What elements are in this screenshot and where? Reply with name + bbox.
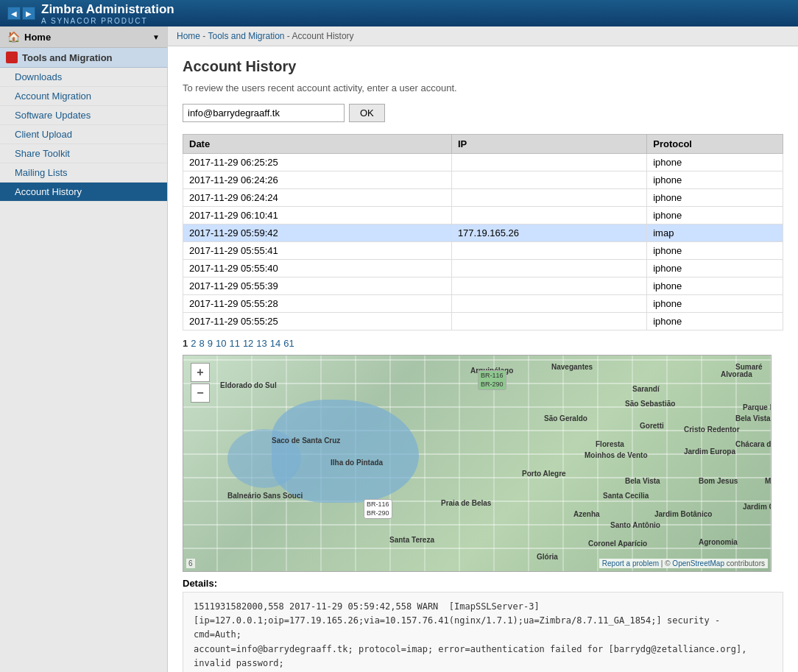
- cell-protocol: iphone: [647, 277, 783, 295]
- tools-icon: [6, 52, 18, 63]
- sidebar-item-label: Account History: [15, 186, 82, 197]
- user-account-input-row: OK: [183, 104, 783, 122]
- sidebar: 🏠 Home ▼ Tools and Migration Downloads A…: [0, 26, 168, 672]
- map-label: Bela Vista: [735, 414, 771, 422]
- pagination: 1289101112131461: [183, 338, 783, 349]
- map-label: Coronel Aparício: [588, 540, 647, 548]
- table-row: 2017-11-29 05:55:40iphone: [183, 260, 783, 277]
- map-label: Eldorado do Sul: [220, 381, 277, 389]
- ok-button[interactable]: OK: [349, 104, 385, 122]
- cell-ip: [451, 295, 646, 313]
- map-label: Bela Vista: [625, 477, 660, 485]
- account-history-table: Date IP Protocol 2017-11-29 06:25:25ipho…: [183, 134, 783, 330]
- attribution-separator: | ©: [661, 559, 673, 567]
- pagination-link[interactable]: 8: [199, 338, 204, 349]
- home-dropdown[interactable]: 🏠 Home ▼: [0, 26, 167, 48]
- cell-ip: [451, 171, 646, 189]
- sidebar-item-mailing-lists[interactable]: Mailing Lists: [0, 163, 167, 183]
- table-row: 2017-11-29 05:55:28iphone: [183, 295, 783, 313]
- map-label: Agronomia: [699, 538, 738, 546]
- pagination-link[interactable]: 13: [256, 338, 266, 349]
- sidebar-item-account-history[interactable]: Account History: [0, 183, 167, 202]
- page-title: Account History: [183, 58, 783, 75]
- cell-date: 2017-11-29 05:55:41: [183, 242, 452, 260]
- main-content: Home - Tools and Migration - Account His…: [168, 26, 798, 672]
- map-label: Morro Santana: [765, 477, 771, 485]
- breadcrumb-section[interactable]: Tools and Migration: [208, 31, 284, 41]
- osm-suffix: contributors: [727, 559, 765, 567]
- pagination-link[interactable]: 2: [191, 338, 196, 349]
- sidebar-item-downloads[interactable]: Downloads: [0, 68, 167, 87]
- sidebar-item-label: Share Toolkit: [15, 148, 70, 159]
- cell-date: 2017-11-29 05:55:39: [183, 277, 452, 295]
- cell-ip: [451, 242, 646, 260]
- cell-date: 2017-11-29 05:55:40: [183, 260, 452, 277]
- map-label: Jardim Botânico: [654, 510, 712, 518]
- table-row: 2017-11-29 05:59:42177.19.165.26imap: [183, 224, 783, 242]
- forward-button[interactable]: ▶: [22, 7, 35, 20]
- osm-link[interactable]: OpenStreetMap: [672, 559, 724, 567]
- sidebar-section-label: Tools and Migration: [22, 52, 113, 63]
- map-attribution: Report a problem | © OpenStreetMap contr…: [599, 559, 768, 568]
- map-label: Chácara das Pedras: [735, 440, 771, 448]
- map-label: Azenha: [573, 510, 600, 518]
- cell-protocol: iphone: [647, 189, 783, 207]
- map-label: Santa Cecília: [603, 492, 649, 500]
- sidebar-item-account-migration[interactable]: Account Migration: [0, 87, 167, 106]
- topbar: ◀ ▶ Zimbra Administration A SYNACOR PROD…: [0, 0, 798, 26]
- sidebar-item-label: Client Upload: [15, 129, 72, 140]
- sidebar-item-label: Mailing Lists: [15, 167, 68, 178]
- details-section-wrapper: Details: 1511931582000,558 2017-11-29 05…: [183, 578, 783, 672]
- back-button[interactable]: ◀: [7, 7, 21, 20]
- col-header-date: Date: [183, 135, 452, 154]
- pagination-link[interactable]: 1: [183, 338, 188, 349]
- map-label: Glória: [537, 553, 558, 561]
- pagination-link[interactable]: 10: [216, 338, 226, 349]
- table-row: 2017-11-29 05:55:39iphone: [183, 277, 783, 295]
- sidebar-item-client-upload[interactable]: Client Upload: [0, 125, 167, 144]
- cell-protocol: iphone: [647, 154, 783, 171]
- pagination-link[interactable]: 14: [270, 338, 280, 349]
- zoom-in-button[interactable]: +: [191, 363, 210, 382]
- cell-protocol: iphone: [647, 313, 783, 330]
- sidebar-item-software-updates[interactable]: Software Updates: [0, 106, 167, 125]
- cell-date: 2017-11-29 06:24:26: [183, 171, 452, 189]
- app-title: Zimbra Administration: [41, 2, 174, 16]
- table-row: 2017-11-29 06:24:26iphone: [183, 171, 783, 189]
- col-header-ip: IP: [451, 135, 646, 154]
- app-subtitle: A SYNACOR PRODUCT: [41, 17, 174, 25]
- breadcrumb-home[interactable]: Home: [177, 31, 200, 41]
- cell-protocol: iphone: [647, 242, 783, 260]
- map-label: Santo Antônio: [610, 521, 660, 529]
- map-label: Parque Leopoldina: [743, 403, 771, 411]
- cell-date: 2017-11-29 06:24:24: [183, 189, 452, 207]
- sidebar-item-share-toolkit[interactable]: Share Toolkit: [0, 144, 167, 163]
- map-label: São Sebastião: [625, 400, 675, 408]
- user-account-input[interactable]: [183, 104, 345, 122]
- map-zoom-controls: + −: [191, 363, 210, 403]
- map-label: Porto Alegre: [522, 470, 566, 478]
- cell-ip: [451, 189, 646, 207]
- details-label: Details:: [183, 578, 783, 589]
- map-container: Eldorado do SulArquipélagoNavegantesSara…: [183, 355, 771, 572]
- sidebar-item-label: Software Updates: [15, 110, 91, 121]
- breadcrumb-current: Account History: [292, 31, 354, 41]
- cell-protocol: iphone: [647, 171, 783, 189]
- map-label: Jardim Carvalho: [743, 503, 771, 511]
- cell-ip: [451, 313, 646, 330]
- pagination-link[interactable]: 12: [243, 338, 253, 349]
- map-inner: Eldorado do SulArquipélagoNavegantesSara…: [183, 356, 771, 571]
- col-header-protocol: Protocol: [647, 135, 783, 154]
- map-label: Navegantes: [551, 363, 593, 371]
- pagination-link[interactable]: 61: [283, 338, 294, 349]
- sidebar-section-tools: Tools and Migration: [0, 48, 167, 68]
- pagination-link[interactable]: 9: [208, 338, 213, 349]
- dropdown-arrow-icon: ▼: [152, 33, 160, 41]
- zoom-out-button[interactable]: −: [191, 383, 210, 403]
- cell-protocol: imap: [647, 224, 783, 242]
- app-branding: Zimbra Administration A SYNACOR PRODUCT: [41, 2, 174, 25]
- pagination-link[interactable]: 11: [229, 338, 239, 349]
- sidebar-item-label: Account Migration: [15, 91, 91, 102]
- report-problem-link[interactable]: Report a problem: [602, 559, 659, 567]
- cell-ip: 177.19.165.26: [451, 224, 646, 242]
